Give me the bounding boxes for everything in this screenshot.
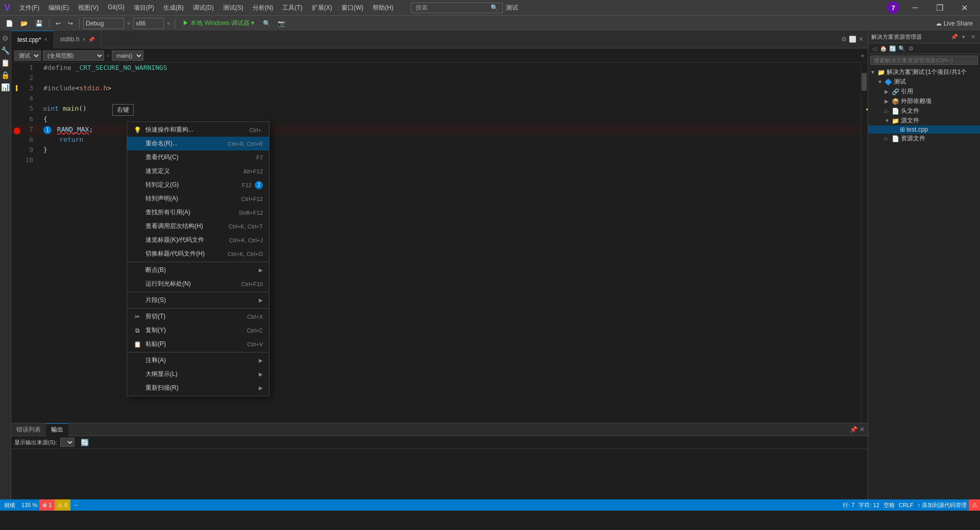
tree-external-deps[interactable]: ▶ 📦 外部依赖项 [868,96,980,106]
tab-settings-icon[interactable]: ⚙ [841,36,847,43]
status-ready[interactable]: 就绪 [0,499,19,511]
panel-more[interactable]: ▾ [960,33,968,41]
tab-stdlib-h-close[interactable]: × [83,37,86,42]
config-dropdown[interactable]: Debug [83,18,124,29]
status-zoom[interactable]: 135 % [19,499,39,511]
add-scope-button[interactable]: + [861,52,865,60]
open-button[interactable]: 📂 [18,19,31,28]
ctx-snippet[interactable]: 片段(S) ▶ [127,293,269,307]
ctx-paste[interactable]: 📋 粘贴(P) Ctrl+V [127,337,269,351]
ctx-peek-def[interactable]: 速览定义 Alt+F12 [127,164,269,178]
liveshare-button[interactable]: ☁ Live Share [932,19,977,28]
ctx-cut[interactable]: ✂ 剪切(T) Ctrl+X [127,310,269,323]
status-add-source[interactable]: ↑ 添加到源代码管理 [916,499,969,511]
menu-help[interactable]: 帮助(H) [369,3,398,13]
ctx-comment[interactable]: 注释(A) ▶ [127,354,269,367]
sol-filter[interactable]: 🔍 [898,44,906,53]
ctx-find-refs[interactable]: 查找所有引用(A) Shift+F12 [127,206,269,219]
tab-error-list[interactable]: 错误列表 [11,423,46,436]
ctx-goto-def-right: F12 2 [242,181,263,189]
ctx-rename[interactable]: 重命名(R)... Ctrl+R, Ctrl+R [127,137,269,150]
menu-tools[interactable]: 工具(T) [278,3,306,13]
tab-stdlib-h[interactable]: stdlib.h × 📌 [54,31,102,48]
ctx-breakpoint[interactable]: 断点(B) ▶ [127,263,269,277]
tab-pin-icon[interactable]: 📌 [88,37,94,42]
scrollbar-track[interactable] [861,63,868,423]
status-encoding[interactable]: CRLF [897,499,916,511]
menu-analyze[interactable]: 分析(N) [249,3,278,13]
redo-button[interactable]: ↪ [65,19,76,28]
status-line[interactable]: 行: 7 [841,499,856,511]
pin-button[interactable]: 📌 [950,33,959,41]
activity-icon-1[interactable]: ⚙ [1,34,10,43]
menu-debug[interactable]: 调试(D) [189,3,218,13]
refresh-icon[interactable]: 🔄 [81,439,89,446]
platform-dropdown[interactable]: x86 [133,18,164,29]
function-select[interactable]: main() [112,51,143,61]
tree-references[interactable]: ▶ 🔗 引用 [868,87,980,96]
close-button[interactable]: ✕ [952,0,976,15]
ctx-run-cursor[interactable]: 运行到光标处(N) Ctrl+F10 [127,277,269,291]
ctx-goto-decl[interactable]: 转到声明(A) Ctrl+F12 [127,192,269,206]
menu-build[interactable]: 生成(B) [159,3,188,13]
status-warnings[interactable]: ⚠ 0 [55,499,70,511]
ctx-copy[interactable]: ⧉ 复制(Y) Ctrl+C [127,323,269,337]
ctx-call-hier[interactable]: 查看调用层次结构(H) Ctrl+K, Ctrl+T [127,219,269,233]
tree-project[interactable]: ▼ 🔷 测试 [868,77,980,87]
menu-project[interactable]: 项目(P) [130,3,158,13]
bottom-panel-close[interactable]: ✕ [860,426,865,433]
bottom-panel-pin[interactable]: 📌 [850,426,857,433]
undo-button[interactable]: ↩ [53,19,63,28]
status-errors[interactable]: ⊗ 1 [39,499,55,511]
ctx-view-code[interactable]: 查看代码(C) F7 [127,150,269,164]
menu-window[interactable]: 窗口(W) [337,3,368,13]
tab-close-all-icon[interactable]: ✕ [859,36,864,43]
save-all-button[interactable]: 💾 [33,19,45,28]
status-space[interactable]: 空格 [881,499,897,511]
tab-test-cpp[interactable]: test.cpp* × [11,31,54,48]
find-button[interactable]: 🔍 [260,19,273,28]
sol-back[interactable]: ◁ [870,44,878,53]
tree-solution[interactable]: ▼ 📁 解决方案'测试'(1个项目/共1个 [868,67,980,77]
status-nav[interactable]: ← [70,502,82,508]
ctx-goto-def[interactable]: 转到定义(G) F12 2 [127,178,269,192]
activity-icon-3[interactable]: 📋 [1,58,10,67]
sol-settings[interactable]: ⚙ [907,44,915,53]
menu-view[interactable]: 视图(V) [74,3,103,13]
solution-search-input[interactable] [870,56,978,65]
tab-split-icon[interactable]: ⬜ [849,36,856,43]
output-source-select[interactable] [60,438,75,447]
menu-extensions[interactable]: 扩展(X) [308,3,336,13]
ctx-quick-actions[interactable]: 💡 快速操作和重构... Ctrl+. [127,123,269,137]
activity-icon-4[interactable]: 🔒 [1,70,10,80]
namespace-select[interactable]: (全局范围) [43,51,104,61]
new-file-button[interactable]: 📄 [3,19,16,28]
activity-icon-2[interactable]: 🔧 [1,46,10,55]
menu-edit[interactable]: 编辑(E) [44,3,73,13]
tree-resource-files[interactable]: ▷ 📄 资源文件 [868,134,980,143]
ctx-rescan[interactable]: 重新扫描(R) ▶ [127,381,269,395]
menu-git[interactable]: Git(G) [104,3,129,13]
ctx-peek-header[interactable]: 速览标题(K)/代码文件 Ctrl+K, Ctrl+J [127,233,269,247]
scope-select[interactable]: 测试 [14,51,41,61]
ctx-toggle-header[interactable]: 切换标题/代码文件(H) Ctrl+K, Ctrl+O [127,247,269,261]
menu-test[interactable]: 测试(S) [219,3,248,13]
activity-icon-5[interactable]: 📊 [1,83,10,92]
ctx-outline[interactable]: 大纲显示(L) ▶ [127,367,269,381]
sol-refresh[interactable]: 🔄 [889,44,897,53]
status-char[interactable]: 字符: 12 [856,499,881,511]
minimize-button[interactable]: ─ [903,0,927,15]
restore-button[interactable]: ❐ [928,0,951,15]
scrollbar-thumb[interactable] [862,73,867,91]
tab-output[interactable]: 输出 [46,423,68,436]
line-content-5: ⊟int main() [39,104,861,114]
screenshot-button[interactable]: 📷 [275,19,288,28]
sol-home[interactable]: 🏠 [879,44,888,53]
run-button[interactable]: ▶ 本地 Windows 调试器 ▾ [179,19,258,28]
tree-header-files[interactable]: ▷ 📄 头文件 [868,106,980,116]
menu-file[interactable]: 文件(F) [15,3,43,13]
tree-source-files[interactable]: ▼ 📁 源文件 [868,116,980,125]
tree-test-cpp[interactable]: ⊞ test.cpp [868,125,980,134]
panel-close[interactable]: ✕ [969,33,977,41]
tab-test-cpp-close[interactable]: × [44,37,47,42]
